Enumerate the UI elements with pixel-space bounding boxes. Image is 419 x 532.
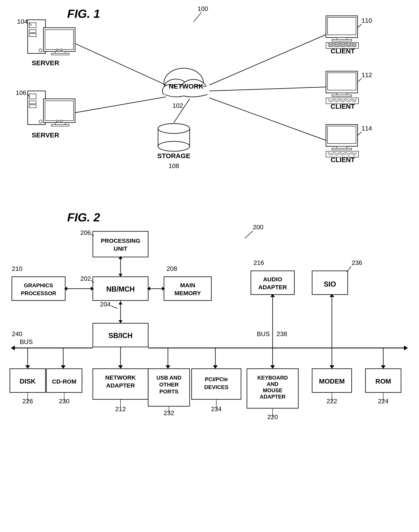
svg-point-37	[158, 141, 190, 151]
nb-mch-ref: 202	[80, 275, 91, 282]
audio-adapter-ref: 216	[253, 259, 264, 266]
svg-text:ADAPTER: ADAPTER	[106, 382, 135, 389]
svg-text:AND: AND	[267, 381, 278, 387]
server1-ref: 104	[17, 18, 28, 25]
fig1-title: FIG. 1	[67, 7, 100, 20]
svg-point-32	[60, 120, 62, 122]
graphics-processor-ref: 210	[12, 265, 22, 272]
main-memory-box	[164, 277, 211, 300]
client1-icon	[326, 16, 359, 48]
svg-marker-108	[381, 365, 386, 369]
svg-marker-100	[166, 365, 170, 369]
svg-text:MODEM: MODEM	[319, 377, 345, 385]
svg-rect-43	[332, 40, 352, 41]
svg-line-62	[358, 132, 362, 136]
svg-text:SIO: SIO	[324, 280, 336, 288]
svg-rect-24	[29, 101, 36, 104]
svg-point-31	[56, 120, 58, 122]
svg-line-86	[111, 306, 118, 308]
processing-unit-box	[93, 231, 148, 257]
svg-marker-102	[213, 365, 218, 369]
svg-rect-17	[51, 53, 69, 55]
server1-icon	[28, 20, 75, 55]
svg-text:KEYBOARD: KEYBOARD	[257, 375, 288, 381]
svg-rect-51	[327, 73, 356, 90]
svg-text:PCI/PCIe: PCI/PCIe	[205, 376, 228, 382]
svg-line-34	[75, 97, 166, 113]
svg-text:ADAPTER: ADAPTER	[260, 394, 286, 400]
fig1-network-ref: 102	[172, 102, 183, 109]
svg-rect-58	[327, 126, 356, 144]
svg-line-63	[210, 98, 326, 140]
network-cloud: NETWORK	[162, 68, 209, 101]
svg-marker-70	[118, 274, 122, 277]
client2-ref: 112	[362, 71, 372, 79]
svg-line-48	[358, 24, 362, 28]
svg-text:USB AND: USB AND	[157, 375, 182, 381]
svg-text:MEMORY: MEMORY	[174, 290, 201, 296]
svg-rect-12	[29, 34, 36, 37]
svg-point-38	[158, 123, 190, 134]
svg-rect-41	[327, 17, 356, 35]
svg-text:NB/MCH: NB/MCH	[106, 285, 135, 293]
processing-unit-ref: 206	[80, 229, 91, 236]
svg-line-64	[245, 231, 253, 238]
sio-ref: 236	[352, 259, 362, 266]
svg-marker-85	[118, 320, 122, 323]
svg-text:SB/ICH: SB/ICH	[108, 331, 132, 340]
client2-label: CLIENT	[331, 103, 355, 110]
svg-marker-106	[329, 365, 334, 369]
svg-line-21	[75, 43, 166, 85]
svg-text:PROCESSOR: PROCESSOR	[21, 290, 56, 296]
main-memory-ref: 208	[167, 265, 177, 272]
svg-rect-15	[45, 30, 74, 49]
svg-text:CD-ROM: CD-ROM	[52, 378, 76, 385]
svg-marker-96	[61, 365, 65, 369]
svg-marker-84	[118, 301, 122, 304]
svg-rect-53	[332, 95, 352, 96]
svg-line-0	[194, 12, 201, 22]
svg-text:DISK: DISK	[20, 377, 36, 385]
graphics-processor-box	[12, 277, 65, 300]
svg-marker-104	[270, 365, 275, 369]
client3-label: CLIENT	[331, 156, 355, 164]
fig2-title: FIG. 2	[67, 211, 100, 224]
client2-icon	[326, 71, 359, 104]
svg-marker-91	[404, 346, 408, 350]
svg-point-13	[39, 49, 42, 52]
svg-point-18	[56, 49, 58, 51]
bus1-label: BUS	[20, 338, 33, 345]
page: FIG. 1 100 NETWORK 102	[0, 0, 419, 532]
svg-text:MAIN: MAIN	[180, 282, 195, 288]
svg-rect-60	[332, 148, 352, 150]
svg-text:AUDIO: AUDIO	[263, 276, 282, 283]
svg-text:OTHER: OTHER	[159, 382, 179, 388]
svg-marker-98	[118, 365, 123, 369]
svg-rect-23	[29, 94, 36, 99]
fig1-diagram: FIG. 1 100 NETWORK 102	[0, 0, 419, 205]
svg-rect-10	[29, 23, 36, 28]
svg-text:MOUSE: MOUSE	[263, 387, 282, 394]
svg-point-19	[60, 49, 62, 51]
svg-text:GRAPHICS: GRAPHICS	[24, 282, 53, 288]
client1-ref: 110	[362, 17, 372, 24]
svg-rect-30	[51, 124, 69, 126]
svg-rect-28	[45, 101, 74, 121]
fig2-ref-200: 200	[253, 224, 263, 231]
svg-text:ROM: ROM	[375, 377, 391, 385]
svg-line-55	[358, 79, 362, 82]
svg-rect-25	[29, 105, 36, 108]
svg-text:ADAPTER: ADAPTER	[258, 284, 287, 290]
server2-label: SERVER	[32, 131, 59, 139]
svg-line-56	[210, 87, 326, 91]
svg-marker-94	[25, 365, 30, 369]
bus1-ref: 240	[12, 330, 22, 338]
svg-text:PORTS: PORTS	[159, 388, 178, 395]
client1-label: CLIENT	[331, 47, 355, 55]
bus2-label: BUS	[257, 330, 270, 338]
server2-icon	[28, 91, 75, 126]
server1-label: SERVER	[32, 59, 59, 67]
fig1-ref-100: 100	[197, 5, 208, 12]
svg-text:NETWORK: NETWORK	[105, 374, 136, 381]
client3-icon	[326, 124, 359, 157]
